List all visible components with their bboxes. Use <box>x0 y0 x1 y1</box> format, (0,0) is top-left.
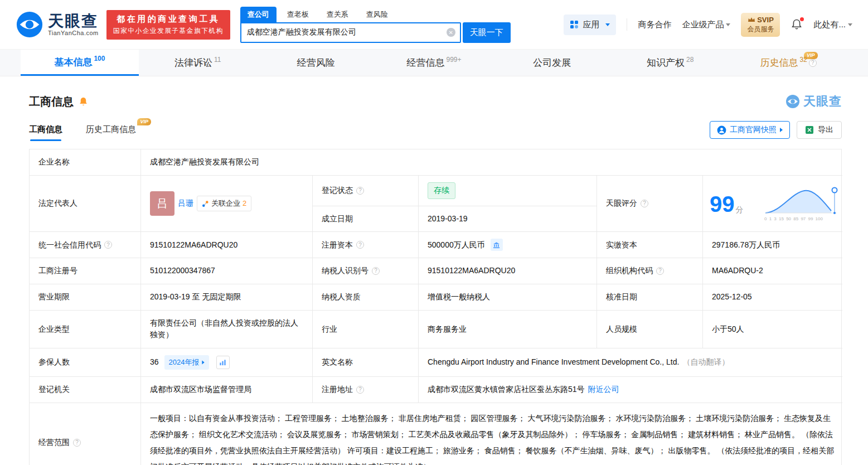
related-companies-tag[interactable]: 关联企业 2 <box>197 196 251 211</box>
reg-address-cell: 成都市双流区黄水镇曾家店社区蚕丛东路51号 附近公司 <box>419 376 842 403</box>
score-cell: 99 分 0 1 3 15 50 85 97 99 100 <box>703 175 842 231</box>
promo-banner-line2: 国家中小企业发展子基金旗下机构 <box>113 26 224 36</box>
search-tabs: 查公司 查老板 查关系 查风险 <box>240 7 511 22</box>
promo-banner: 都在用的商业查询工具 国家中小企业发展子基金旗下机构 <box>106 10 230 40</box>
capital-detail-icon[interactable] <box>491 239 503 251</box>
export-button[interactable]: 导出 <box>797 121 842 139</box>
official-snapshot-button[interactable]: 工商官网快照 <box>710 121 790 139</box>
score-number: 99 分 <box>710 193 744 216</box>
legal-rep-cell: 吕 吕珊 关联企业 2 <box>141 175 313 231</box>
industry-value: 商务服务业 <box>419 310 597 348</box>
related-companies-count: 2 <box>243 198 246 209</box>
chevron-down-icon <box>848 23 852 26</box>
reg-address-label-text: 注册地址 <box>322 384 353 396</box>
help-icon[interactable] <box>73 439 81 447</box>
tab-count: 32 <box>799 56 807 64</box>
help-icon[interactable] <box>372 267 380 275</box>
search-button[interactable]: 天眼一下 <box>463 22 511 43</box>
svip-membership-button[interactable]: SVIP 会员服务 <box>741 13 780 37</box>
tab-business-info[interactable]: 经营信息 999+ <box>375 50 493 76</box>
search-input[interactable] <box>240 22 461 43</box>
insured-trend-icon[interactable] <box>216 356 230 369</box>
search-tab-relation[interactable]: 查关系 <box>319 7 356 22</box>
notifications-bell[interactable] <box>791 18 803 31</box>
tab-count: 11 <box>214 56 221 64</box>
subtab-business-info[interactable]: 工商信息 <box>29 124 62 141</box>
user-menu[interactable]: 此处有... <box>813 20 852 30</box>
search-tab-risk[interactable]: 查风险 <box>359 7 395 22</box>
field-label-reg-authority: 登记机关 <box>30 376 141 403</box>
help-icon[interactable] <box>356 241 364 249</box>
credit-code-value: 91510122MA6ADRQU20 <box>141 231 313 258</box>
annual-report-tag[interactable]: 2024年报 <box>164 355 209 370</box>
tianyancha-watermark: 天眼查 <box>785 93 842 110</box>
status-badge: 存续 <box>428 182 455 199</box>
tab-count: 28 <box>686 56 694 64</box>
subtab-row: 工商信息 历史工商信息 VIP 工商官网快照 导出 <box>29 121 842 141</box>
tianyancha-watermark-icon <box>785 94 800 109</box>
logo-text: 天眼查 TianYanCha.com <box>48 13 99 36</box>
tab-label: 历史信息 <box>760 56 798 69</box>
tab-history-info[interactable]: VIP 历史信息 32 <box>729 50 847 76</box>
search-tab-company[interactable]: 查公司 <box>240 7 277 22</box>
english-name-value: Chengdu Airport Industry and Finance Inv… <box>428 356 679 369</box>
help-icon[interactable] <box>809 59 817 67</box>
field-label-insured-count: 参保人数 <box>30 348 141 376</box>
help-icon[interactable] <box>641 200 648 207</box>
search-tab-boss[interactable]: 查老板 <box>280 7 316 22</box>
nearby-companies-link[interactable]: 附近公司 <box>588 384 619 396</box>
field-label-business-scope: 经营范围 <box>30 403 141 465</box>
tab-count: 100 <box>94 55 105 62</box>
nav-business-cooperation[interactable]: 商务合作 <box>638 20 671 30</box>
export-button-label: 导出 <box>818 125 833 135</box>
tab-basic-info[interactable]: 基本信息 100 <box>21 50 139 76</box>
help-icon[interactable] <box>356 386 364 394</box>
reg-authority-value: 成都市双流区市场监督管理局 <box>141 376 313 403</box>
subtab-history-business-info[interactable]: 历史工商信息 VIP <box>86 124 136 141</box>
tab-operating-risk[interactable]: 经营风险 <box>257 50 375 76</box>
score-curve-icon <box>764 186 838 215</box>
field-label-english-name: 英文名称 <box>313 348 419 376</box>
clear-search-icon[interactable] <box>447 28 455 37</box>
main-content: 工商信息 天眼查 工商信息 历史工商信息 VIP <box>0 93 868 465</box>
score-label-text: 天眼评分 <box>606 197 637 210</box>
legal-rep-avatar[interactable]: 吕 <box>150 191 174 216</box>
logo-title: 天眼查 <box>48 13 99 29</box>
help-icon[interactable] <box>356 187 364 195</box>
insured-count-cell: 36 2024年报 <box>141 348 313 376</box>
tab-legal-proceedings[interactable]: 法律诉讼 11 <box>139 50 257 76</box>
company-tabbar: 基本信息 100 法律诉讼 11 经营风险 经营信息 999+ 公司发展 知识产… <box>0 49 868 76</box>
apps-menu[interactable]: 应用 <box>564 14 616 35</box>
credit-code-label-text: 统一社会信用代码 <box>38 239 101 251</box>
tianyancha-logo-icon <box>16 11 43 38</box>
est-date-value: 2019-03-19 <box>419 206 597 232</box>
score-chart: 0 1 3 15 50 85 97 99 100 <box>764 186 838 222</box>
help-icon[interactable] <box>104 241 112 249</box>
help-icon[interactable] <box>656 267 664 275</box>
english-name-cell: Chengdu Airport Industry and Finance Inv… <box>419 348 842 376</box>
tab-intellectual-property[interactable]: 知识产权 28 <box>611 50 729 76</box>
field-label-company-type: 企业类型 <box>30 310 141 348</box>
field-label-est-date: 成立日期 <box>313 206 419 232</box>
search-box <box>240 22 461 43</box>
header-nav: 应用 商务合作 企业级产品 SVIP 会员服务 此处有.. <box>564 13 852 37</box>
svip-sublabel: 会员服务 <box>747 25 774 34</box>
tab-label: 经营风险 <box>297 56 335 69</box>
tianyancha-logo[interactable]: 天眼查 TianYanCha.com <box>16 11 99 38</box>
tab-company-development[interactable]: 公司发展 <box>493 50 611 76</box>
reg-number-value: 510122000347867 <box>141 258 313 284</box>
field-label-business-term: 营业期限 <box>30 284 141 310</box>
tab-label: 基本信息 <box>54 56 92 69</box>
reg-capital-label-text: 注册资本 <box>322 239 353 251</box>
auto-translate-note: （自动翻译） <box>682 356 729 369</box>
field-label-reg-address: 注册地址 <box>313 376 419 403</box>
field-label-industry: 行业 <box>313 310 419 348</box>
business-term-value: 2019-03-19 至 无固定期限 <box>141 284 313 310</box>
subscribe-bell-icon[interactable] <box>78 96 89 107</box>
paid-capital-value: 297186.78万人民币 <box>703 231 842 258</box>
field-label-approval-date: 核准日期 <box>597 284 703 310</box>
nav-enterprise-products[interactable]: 企业级产品 <box>682 20 730 30</box>
field-label-reg-capital: 注册资本 <box>313 231 419 258</box>
notification-dot <box>800 17 804 21</box>
legal-rep-name-link[interactable]: 吕珊 <box>178 197 193 210</box>
